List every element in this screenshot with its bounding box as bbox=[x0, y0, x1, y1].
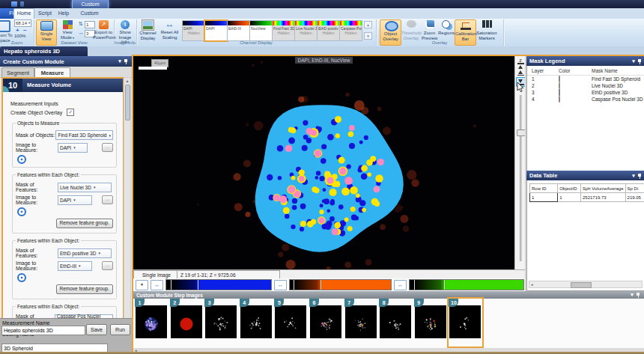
section-heading: Objects to Measure bbox=[16, 120, 61, 126]
tab-help[interactable]: Help bbox=[57, 8, 70, 19]
collapse-icon[interactable]: ▾ bbox=[629, 292, 635, 298]
ribbon-tab-row: File Home Script Help Custom Module bbox=[0, 8, 644, 19]
mask-of-objects-select[interactable]: Find Fast 3D Spheroid▾ bbox=[55, 130, 113, 140]
table-header-row: Row ID ObjectID Sph VolumeAverage Sp Di bbox=[530, 184, 644, 193]
swatch-scroll-down[interactable]: ▾ bbox=[364, 32, 372, 40]
create-custom-module-panel: Create Custom Module ▾ Segment Measure 1… bbox=[0, 56, 132, 318]
channel-swatch-live-nuclei-3[interactable]: Live Nuclei 3Hidden bbox=[294, 20, 318, 41]
lut-menu-button[interactable]: ▼ bbox=[136, 280, 148, 290]
lut-autoscale-button[interactable]: ↔ bbox=[394, 280, 407, 290]
more-options-button[interactable]: .. bbox=[102, 195, 113, 204]
pin-icon[interactable] bbox=[637, 173, 643, 179]
pin-icon[interactable] bbox=[637, 58, 643, 64]
channel-swatch-dapi[interactable]: DAPI bbox=[204, 19, 228, 42]
step-image bbox=[275, 305, 306, 338]
collapse-icon[interactable]: ▾ bbox=[117, 58, 123, 64]
feature-target-icon[interactable] bbox=[17, 207, 26, 216]
objects-to-measure-section: Objects to Measure Mask of Objects: Find… bbox=[12, 123, 117, 168]
lut-gradient-bar[interactable] bbox=[409, 279, 524, 290]
swatch-scroll-up[interactable]: ▴ bbox=[364, 21, 372, 28]
quick-access-icon[interactable] bbox=[20, 1, 24, 7]
channel-swatch-ethd-iii[interactable]: EthD-III bbox=[227, 20, 250, 41]
step-image bbox=[415, 305, 446, 338]
step-image bbox=[380, 305, 411, 338]
zoom-in-button[interactable]: + bbox=[16, 27, 19, 34]
table-row[interactable]: 1 1 2521719.73 219.05 bbox=[530, 193, 644, 202]
channel-name: NucView bbox=[250, 25, 272, 31]
collapse-icon[interactable]: ▾ bbox=[631, 173, 637, 179]
step-thumbnail-1[interactable]: 1 bbox=[135, 299, 168, 347]
image-info-group-label: Image Info bbox=[114, 40, 136, 46]
collapse-icon[interactable]: ▾ bbox=[631, 58, 637, 64]
image-to-measure-select[interactable]: DAPI▾ bbox=[58, 143, 88, 153]
channel-swatch-caspase-pos[interactable]: Caspase PosHidden bbox=[339, 20, 362, 41]
tab-segment[interactable]: Segment bbox=[1, 67, 34, 78]
double-arrow-icon: ↔ bbox=[165, 20, 175, 29]
step-thumbnail-9[interactable]: 9 bbox=[414, 299, 448, 347]
hscroll-thumb[interactable] bbox=[571, 282, 592, 288]
lut-gradient-bar[interactable] bbox=[289, 279, 392, 290]
mask-of-features-select[interactable]: EthD positive 3D▾ bbox=[58, 248, 112, 258]
tab-custom-module[interactable]: Custom Module bbox=[73, 8, 106, 19]
table-hscrollbar[interactable]: ◂ bbox=[529, 281, 643, 288]
scrollbar-thumb[interactable] bbox=[125, 85, 130, 120]
lut-gradient-bar[interactable] bbox=[165, 279, 272, 290]
step-thumbnail-3[interactable]: 3 bbox=[204, 299, 238, 347]
channel-swatch-ethd-positiv[interactable]: EthD positivHidden bbox=[317, 20, 340, 41]
create-object-overlay-label: Create Object Overlay bbox=[10, 110, 62, 115]
scroll-up-arrow[interactable]: ▲ bbox=[124, 78, 130, 84]
lut-autoscale-button[interactable]: ↔ bbox=[151, 280, 163, 290]
contextual-tab-header: Custom Module bbox=[72, 0, 109, 8]
pin-icon[interactable] bbox=[635, 292, 641, 298]
legend-row: 3EthD positive 3D bbox=[527, 89, 644, 96]
create-object-overlay-checkbox[interactable]: ✓ bbox=[67, 109, 74, 116]
image-viewport[interactable]: DAPI, EthD-III, NucView 41µm bbox=[133, 56, 514, 269]
channel-name: Find Fast 3D bbox=[273, 25, 294, 31]
image-to-measure-select[interactable]: DAPI▾ bbox=[58, 195, 92, 205]
channel-name: Caspase Pos bbox=[340, 25, 362, 31]
panel-scrollbar[interactable]: ▲ bbox=[124, 77, 131, 320]
step-thumbnail-8[interactable]: 8 bbox=[379, 299, 413, 347]
mask-legend-title: Mask Legend bbox=[529, 58, 565, 64]
pin-icon[interactable] bbox=[123, 58, 129, 64]
tab-home[interactable]: Home bbox=[13, 8, 34, 19]
image-to-measure-select[interactable]: EthD-III▾ bbox=[58, 261, 92, 271]
step-thumbnail-4[interactable]: 4 bbox=[240, 299, 273, 347]
measurement-name-input[interactable] bbox=[1, 326, 85, 335]
mask-of-features-select[interactable]: Live Nuclei 3D▾ bbox=[58, 183, 112, 192]
scroll-left-arrow[interactable]: ◂ bbox=[531, 282, 533, 287]
channel-swatch-dapi[interactable]: DAPIHidden bbox=[182, 20, 205, 41]
remove-feature-group-button[interactable]: Remove feature group. bbox=[56, 284, 113, 294]
app-icon[interactable] bbox=[11, 1, 17, 7]
run-button[interactable]: Run bbox=[110, 324, 130, 335]
dataset-tab[interactable]: Hepato spheroids 3D bbox=[0, 46, 88, 56]
zoom-percent-button[interactable]: 100% bbox=[14, 34, 25, 38]
channel-swatch-nucview[interactable]: NucView bbox=[249, 20, 273, 41]
step-thumbnail-6[interactable]: 6 bbox=[309, 299, 343, 347]
zoom-out-button[interactable]: − bbox=[23, 27, 27, 34]
save-button[interactable]: Save bbox=[86, 324, 107, 335]
ribbon: Zoom To Space 68.14▾ + − 100% Zoom Singl… bbox=[0, 19, 644, 46]
more-options-button[interactable]: .. bbox=[102, 261, 113, 270]
step-thumbnail-2[interactable]: 2 bbox=[170, 299, 204, 347]
z-top-button[interactable] bbox=[515, 63, 526, 69]
channel-swatch-find-fast-3d[interactable]: Find Fast 3DHidden bbox=[272, 20, 295, 41]
step-title: Measure Volume bbox=[27, 79, 71, 92]
tab-measure[interactable]: Measure bbox=[34, 67, 70, 78]
step-thumbnail-10[interactable]: 10 bbox=[449, 299, 482, 347]
panel-header: Create Custom Module ▾ bbox=[0, 56, 132, 67]
feature-target-icon[interactable] bbox=[17, 273, 26, 282]
image-to-measure-label: Image to Measure: bbox=[16, 142, 58, 153]
zoom-value-combo[interactable]: 68.14▾ bbox=[14, 19, 31, 27]
channel-name: DAPI bbox=[183, 25, 204, 31]
z-slider-track[interactable] bbox=[520, 95, 522, 261]
tab-script[interactable]: Script bbox=[36, 8, 54, 19]
more-options-button[interactable]: .. bbox=[102, 143, 113, 152]
remove-feature-group-button[interactable]: Remove feature group. bbox=[56, 219, 113, 228]
z-up-button[interactable] bbox=[515, 70, 526, 76]
lut-autoscale-button[interactable]: ↔ bbox=[274, 280, 287, 290]
step-thumbnail-5[interactable]: 5 bbox=[274, 299, 308, 347]
feature-target-icon[interactable] bbox=[17, 155, 26, 164]
feature-group-2: Features within Each Object:Mask of Feat… bbox=[12, 240, 117, 299]
step-thumbnail-7[interactable]: 7 bbox=[344, 299, 378, 347]
